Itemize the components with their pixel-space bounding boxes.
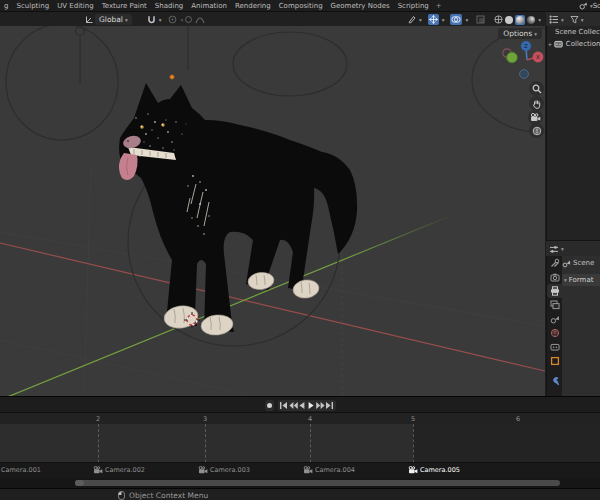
outliner-row-collection[interactable]: ▸ Collection [547, 38, 600, 50]
tab-animation[interactable]: Animation [187, 2, 231, 10]
tab-tool[interactable] [547, 256, 562, 270]
mouse-icon [118, 491, 125, 500]
scrollbar-thumb[interactable] [75, 480, 560, 486]
rig-circle-head[interactable] [233, 32, 347, 96]
shading-solid-button[interactable] [505, 16, 513, 24]
frame-tick: 2 [96, 415, 100, 423]
tab-render[interactable] [547, 270, 562, 284]
gizmo-minus-z[interactable] [520, 70, 529, 79]
snap-magnet-icon[interactable] [147, 15, 156, 24]
tab-texture-paint[interactable]: Texture Paint [98, 2, 151, 10]
transform-orientation-dropdown[interactable]: Global ▾ [95, 14, 132, 25]
tab-rendering[interactable]: Rendering [231, 2, 275, 10]
tab-collection-props[interactable] [547, 340, 562, 354]
dog-eye [140, 125, 143, 128]
outliner-row-scene-collection[interactable]: Scene Collection [547, 26, 600, 38]
navigation-gizmo[interactable]: X Z [503, 41, 544, 78]
filter-dropdown[interactable]: ▾ [581, 17, 584, 23]
marker-camera-004[interactable]: Camera.004 [303, 466, 355, 474]
falloff-circle-icon[interactable] [184, 15, 193, 24]
record-dot-icon [267, 403, 272, 408]
viewport-header: Global ▾ ▾ ▾ ▾ ▾ ▾ [0, 11, 545, 27]
marker-camera-005-selected[interactable]: Camera.005 [408, 466, 460, 474]
camera-marker-icon [93, 466, 103, 474]
dog-tongue [119, 153, 138, 180]
tab-scripting[interactable]: Scripting [394, 2, 433, 10]
orientation-icon [85, 15, 94, 24]
gizmo-y[interactable] [507, 52, 518, 63]
timeline-track-area[interactable] [0, 424, 600, 462]
marker-camera-001[interactable]: Camera.001 [1, 466, 41, 474]
scene-selector[interactable]: ▾ Scene [579, 0, 600, 11]
options-button[interactable]: Options ▾ [498, 28, 542, 39]
tab-scene[interactable] [547, 312, 562, 326]
marker-label: Camera.001 [1, 466, 41, 474]
marker-camera-003[interactable]: Camera.003 [198, 466, 250, 474]
proportional-edit-icon[interactable] [168, 15, 177, 24]
editor-type-dropdown[interactable]: ▾ [561, 246, 564, 252]
overlays-dropdown[interactable]: ▾ [465, 17, 468, 23]
show-gizmo-toggle[interactable] [428, 14, 439, 25]
annotate-dropdown[interactable]: ▾ [419, 17, 422, 23]
tab-shading[interactable]: Shading [151, 2, 187, 10]
snap-dropdown[interactable]: ▾ [159, 17, 162, 23]
object-origin-dot[interactable] [170, 75, 175, 80]
scrollbar-handle[interactable] [75, 480, 84, 486]
perspective-toggle-button[interactable] [529, 123, 544, 138]
outliner-editor-icon[interactable] [549, 15, 559, 24]
marker-camera-002[interactable]: Camera.002 [93, 466, 145, 474]
shading-wireframe-button[interactable] [494, 15, 503, 24]
panel-collapse-icon: ▾ [564, 277, 567, 283]
properties-editor-icon[interactable] [549, 245, 559, 254]
add-workspace-button[interactable]: + [433, 2, 445, 10]
annotate-tool-icon[interactable] [407, 15, 416, 24]
tab-geometry-nodes[interactable]: Geometry Nodes [327, 2, 394, 10]
chevron-down-icon: ▾ [534, 31, 537, 37]
x-axis-line [0, 243, 545, 371]
jump-to-start-button[interactable] [280, 401, 289, 410]
show-overlays-toggle[interactable] [450, 14, 462, 25]
tab-uv-editing[interactable]: UV Editing [53, 2, 98, 10]
proportional-dropdown[interactable]: ▾ [180, 17, 183, 23]
next-keyframe-button[interactable] [316, 401, 325, 410]
expand-arrow-icon[interactable]: ▸ [549, 41, 552, 47]
pan-hand-button[interactable] [529, 96, 544, 111]
tab-world[interactable] [547, 326, 562, 340]
auto-key-button[interactable] [265, 400, 274, 411]
empty-circle[interactable] [76, 27, 85, 36]
collection-label: Collection [566, 40, 600, 48]
tab-view-layer[interactable] [547, 298, 562, 312]
tab-compositing[interactable]: Compositing [275, 2, 327, 10]
options-label: Options [503, 29, 532, 38]
camera-marker-icon [408, 466, 418, 474]
filter-funnel-icon[interactable] [570, 15, 579, 24]
tab-object[interactable] [547, 354, 562, 368]
prev-keyframe-button[interactable] [289, 401, 298, 410]
rig-circle-left[interactable] [6, 26, 118, 140]
shading-material-button[interactable] [515, 15, 525, 25]
editor-type-dropdown[interactable]: ▾ [561, 17, 564, 23]
tab-output[interactable] [547, 284, 562, 298]
playback-controls [278, 400, 336, 411]
zoom-button[interactable] [529, 81, 544, 96]
play-button[interactable] [307, 401, 316, 410]
gizmo-dropdown[interactable]: ▾ [442, 17, 445, 23]
svg-text:Z: Z [524, 43, 528, 49]
tab-modeling-cut[interactable]: g [0, 2, 12, 10]
dog-eye [161, 123, 164, 126]
format-panel-header[interactable]: ▾ Format [562, 274, 600, 286]
xray-toggle[interactable] [476, 15, 485, 24]
3d-viewport[interactable]: X Z Options ▾ [0, 26, 545, 396]
chevron-down-icon: ▾ [125, 17, 128, 23]
camera-marker-icon [198, 466, 208, 474]
breadcrumb-scene: Scene [573, 259, 594, 267]
tab-modifiers[interactable] [547, 374, 562, 388]
tab-sculpting[interactable]: Sculpting [12, 2, 53, 10]
panel-title: Format [569, 276, 594, 284]
scene-name: Scene [593, 2, 600, 10]
shading-rendered-button[interactable] [527, 16, 535, 24]
play-reverse-button[interactable] [298, 401, 307, 410]
jump-to-end-button[interactable] [325, 401, 334, 410]
shading-dropdown[interactable]: ▾ [538, 17, 541, 23]
falloff-curve-icon[interactable] [195, 15, 205, 24]
